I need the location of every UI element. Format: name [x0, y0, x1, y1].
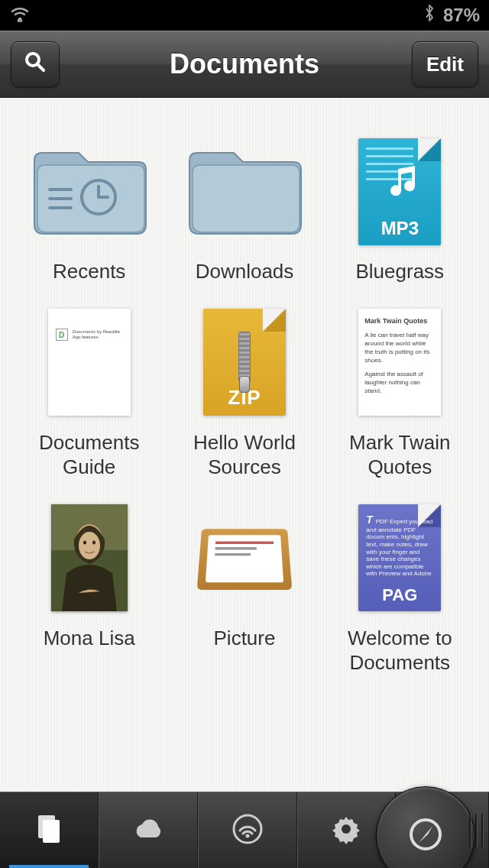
item-label: Picture [214, 626, 276, 651]
item-label: Documents Guide [17, 430, 162, 480]
picture-frame-icon [197, 529, 293, 590]
file-item-mark-twain-quotes[interactable]: Mark Twain Quotes A lie can travel half … [326, 307, 474, 480]
cloud-icon [130, 816, 167, 845]
battery-percentage: 87% [443, 5, 480, 26]
folder-recents-icon [28, 142, 151, 241]
folder-icon [183, 142, 306, 241]
item-label: Welcome to Documents [327, 626, 472, 675]
file-item-hello-world-sources[interactable]: ZIP Hello World Sources [170, 307, 318, 480]
svg-point-18 [245, 834, 249, 837]
svg-rect-16 [43, 820, 60, 843]
file-item-bluegrass[interactable]: MP3 Bluegrass [326, 136, 474, 284]
tab-browser[interactable] [381, 792, 489, 868]
search-button[interactable] [11, 41, 60, 87]
file-item-welcome-to-documents[interactable]: T PDF Expert you read and annotate PDF d… [326, 503, 474, 675]
compass-icon [408, 817, 443, 855]
zip-file-icon: ZIP [203, 309, 286, 416]
tab-bar [0, 792, 489, 868]
svg-point-0 [18, 18, 21, 21]
file-item-documents-guide[interactable]: D Documents by ReaddleApp features Docum… [15, 307, 163, 480]
wifi-icon [9, 5, 31, 25]
svg-point-17 [234, 815, 261, 843]
drawer-grip-icon [469, 814, 484, 847]
tab-documents[interactable] [0, 792, 99, 868]
file-grid: Recents Downloads [0, 98, 489, 792]
svg-point-14 [92, 541, 96, 545]
tab-wifi[interactable] [198, 792, 297, 868]
image-thumbnail [51, 504, 128, 611]
nav-bar: Documents Edit [0, 31, 489, 98]
text-document-icon: Mark Twain Quotes A lie can travel half … [358, 309, 441, 416]
edit-button[interactable]: Edit [412, 41, 478, 87]
file-item-downloads[interactable]: Downloads [170, 136, 318, 284]
document-icon: D Documents by ReaddleApp features [48, 309, 131, 416]
item-label: Mona Lisa [44, 626, 135, 651]
svg-point-19 [342, 824, 351, 834]
tab-cloud[interactable] [99, 792, 198, 868]
item-label: Recents [53, 259, 125, 284]
file-badge: PAG [382, 585, 417, 605]
bluetooth-icon [423, 3, 436, 28]
item-label: Bluegrass [356, 259, 445, 284]
svg-point-12 [79, 532, 100, 559]
documents-icon [34, 812, 64, 849]
svg-line-2 [37, 64, 44, 70]
item-label: Mark Twain Quotes [327, 430, 472, 480]
svg-point-13 [83, 541, 86, 545]
wifi-share-icon [231, 812, 264, 849]
gear-icon [331, 814, 361, 847]
mp3-file-icon: MP3 [358, 138, 441, 245]
file-item-picture[interactable]: Picture [170, 503, 318, 675]
pages-file-icon: T PDF Expert you read and annotate PDF d… [358, 504, 441, 611]
status-bar: 87% [0, 0, 489, 31]
item-label: Hello World Sources [172, 430, 317, 480]
search-icon [23, 50, 47, 79]
file-item-mona-lisa[interactable]: Mona Lisa [15, 503, 163, 675]
file-item-recents[interactable]: Recents [15, 136, 163, 284]
item-label: Downloads [196, 259, 294, 284]
file-badge: MP3 [381, 218, 419, 239]
